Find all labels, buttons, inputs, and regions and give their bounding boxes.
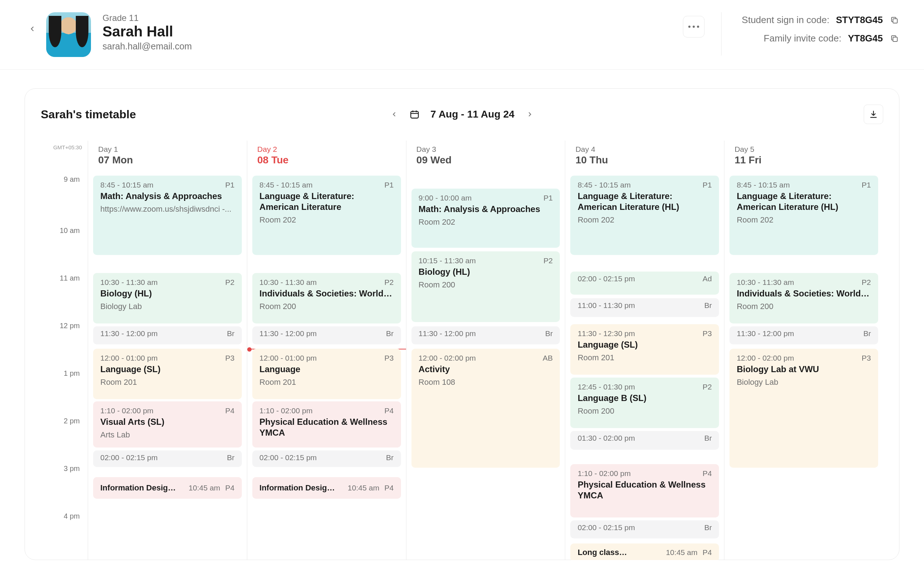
family-code-value: YT8G45 xyxy=(848,33,883,44)
event-time: 8:45 - 10:15 am xyxy=(577,181,630,189)
copy-family-code-button[interactable] xyxy=(889,34,900,44)
event-subtitle: Room 202 xyxy=(260,215,394,225)
event-time: 10:45 am xyxy=(189,484,221,492)
event-period-tag: P3 xyxy=(861,354,871,363)
event-title: Biology Lab at VWU xyxy=(737,364,871,375)
timetable-event[interactable]: 9:00 - 10:00 amP1Math: Analysis & Approa… xyxy=(412,189,560,248)
timetable-event[interactable]: 8:45 - 10:15 amP1Math: Analysis & Approa… xyxy=(93,176,242,255)
timetable-event[interactable]: 02:00 - 02:15 pmAd xyxy=(570,272,719,295)
timetable-event[interactable]: 02:00 - 02:15 pmBr xyxy=(93,450,242,467)
timetable-event[interactable]: 12:00 - 02:00 pmABActivityRoom 108 xyxy=(412,349,560,468)
timetable-event[interactable]: Information Desig…10:45 amP4 xyxy=(252,477,401,499)
event-subtitle: Room 200 xyxy=(419,280,553,290)
timetable-event[interactable]: 1:10 - 02:00 pmP4Physical Education & We… xyxy=(570,464,719,517)
event-title: Math: Analysis & Approaches xyxy=(100,191,234,201)
event-time: 1:10 - 02:00 pm xyxy=(100,406,153,415)
timetable-event[interactable]: 11:30 - 12:00 pmBr xyxy=(252,326,401,344)
day-date: 07 Mon xyxy=(98,154,237,166)
event-period-tag: P4 xyxy=(703,548,712,557)
event-time: 02:00 - 02:15 pm xyxy=(577,523,635,532)
download-button[interactable] xyxy=(864,105,883,124)
timetable-event[interactable]: 11:00 - 11:30 pmBr xyxy=(570,298,719,317)
timetable-event[interactable]: 1:10 - 02:00 pmP4Physical Education & We… xyxy=(252,401,401,448)
event-period-tag: P1 xyxy=(703,181,712,189)
timetable-event[interactable]: 10:30 - 11:30 amP2Individuals & Societie… xyxy=(252,273,401,324)
event-subtitle: Room 202 xyxy=(577,215,712,225)
event-time: 10:45 am xyxy=(347,484,380,492)
event-period-tag: AB xyxy=(543,354,552,363)
hour-label: 12 pm xyxy=(41,322,88,369)
day-column: Day 511 Fri8:45 - 10:15 amP1Language & L… xyxy=(724,141,883,560)
calendar-icon[interactable] xyxy=(410,109,420,119)
timetable-event[interactable]: 11:30 - 12:30 pmP3Language (SL)Room 201 xyxy=(570,324,719,375)
event-subtitle: https://www.zoom.us/shsjdiwsdnci -... xyxy=(100,205,234,214)
event-time: 11:30 - 12:00 pm xyxy=(100,329,158,338)
event-period-tag: Br xyxy=(386,329,394,338)
timetable-grid: GMT+05:30 9 am10 am11 am12 pm1 pm2 pm3 p… xyxy=(41,141,883,560)
event-title: Individuals & Societies: World… xyxy=(260,288,394,299)
copy-signin-code-button[interactable] xyxy=(889,15,900,25)
more-menu-button[interactable] xyxy=(683,16,704,37)
event-period-tag: P2 xyxy=(703,383,712,391)
prev-week-button[interactable] xyxy=(390,110,399,119)
timetable-event[interactable]: 11:30 - 12:00 pmBr xyxy=(93,326,242,344)
timetable-event[interactable]: 01:30 - 02:00 pmBr xyxy=(570,431,719,450)
timetable-event[interactable]: 8:45 - 10:15 amP1Language & Literature: … xyxy=(252,176,401,255)
event-time: 02:00 - 02:15 pm xyxy=(260,453,317,462)
timetable-event[interactable]: 02:00 - 02:15 pmBr xyxy=(252,450,401,467)
timetable-event[interactable]: 11:30 - 12:00 pmBr xyxy=(412,326,560,344)
signin-code-value: STYT8G45 xyxy=(836,15,883,26)
event-period-tag: P4 xyxy=(703,469,712,478)
timetable-event[interactable]: 1:10 - 02:00 pmP4Visual Arts (SL)Arts La… xyxy=(93,401,242,448)
event-period-tag: Ad xyxy=(703,274,712,283)
event-title: Language (SL) xyxy=(577,339,712,350)
event-period-tag: P2 xyxy=(544,256,553,265)
event-subtitle: Room 201 xyxy=(100,377,234,387)
event-title: Language & Literature: American Literatu… xyxy=(737,191,871,213)
timetable-event[interactable]: 10:30 - 11:30 amP2Individuals & Societie… xyxy=(729,273,878,324)
day-date: 08 Tue xyxy=(257,154,396,166)
svg-rect-2 xyxy=(411,111,418,118)
day-column: Day 309 Wed9:00 - 10:00 amP1Math: Analys… xyxy=(406,141,565,560)
student-email: sarah.hall@email.com xyxy=(102,41,393,52)
event-period-tag: P1 xyxy=(861,181,871,189)
event-period-tag: Br xyxy=(863,329,871,338)
event-period-tag: P2 xyxy=(225,278,234,287)
event-title: Language (SL) xyxy=(100,364,234,375)
event-subtitle: Room 200 xyxy=(260,302,394,311)
hour-label: 1 pm xyxy=(41,369,88,417)
timetable-event[interactable]: 10:15 - 11:30 amP2Biology (HL)Room 200 xyxy=(412,251,560,322)
event-time: 10:15 - 11:30 am xyxy=(419,256,476,265)
back-button[interactable] xyxy=(24,21,40,37)
day-label: Day 3 xyxy=(417,145,555,154)
event-subtitle: Room 201 xyxy=(577,353,712,363)
timetable-event[interactable]: 12:00 - 01:00 pmP3LanguageRoom 201 xyxy=(252,349,401,399)
event-time: 10:30 - 11:30 am xyxy=(100,278,158,287)
event-period-tag: Br xyxy=(704,301,712,310)
timetable-event[interactable]: 12:45 - 01:30 pmP2Language B (SL)Room 20… xyxy=(570,377,719,428)
event-time: 12:45 - 01:30 pm xyxy=(577,383,635,391)
timetable-event[interactable]: 8:45 - 10:15 amP1Language & Literature: … xyxy=(729,176,878,255)
timetable-event[interactable]: 02:00 - 02:15 pmBr xyxy=(570,521,719,538)
event-time: 12:00 - 01:00 pm xyxy=(260,354,317,363)
day-date: 09 Wed xyxy=(417,154,555,166)
day-label: Day 5 xyxy=(735,145,873,154)
timetable-event[interactable]: Information Desig…10:45 amP4 xyxy=(93,477,242,499)
timetable-event[interactable]: 8:45 - 10:15 amP1Language & Literature: … xyxy=(570,176,719,255)
event-period-tag: P3 xyxy=(703,329,712,338)
timetable-event[interactable]: 12:00 - 01:00 pmP3Language (SL)Room 201 xyxy=(93,349,242,399)
timetable-event[interactable]: 10:30 - 11:30 amP2Biology (HL)Biology La… xyxy=(93,273,242,324)
student-grade: Grade 11 xyxy=(102,13,393,23)
event-subtitle: Biology Lab xyxy=(100,302,234,311)
next-week-button[interactable] xyxy=(525,110,534,119)
hour-label: 11 am xyxy=(41,274,88,322)
event-time: 12:00 - 01:00 pm xyxy=(100,354,158,363)
event-title: Language & Literature: American Literatu… xyxy=(577,191,712,213)
event-time: 02:00 - 02:15 pm xyxy=(100,453,158,462)
event-period-tag: P2 xyxy=(861,278,871,287)
timetable-event[interactable]: Long class…10:45 amP4 xyxy=(570,543,719,560)
date-range: 7 Aug - 11 Aug 24 xyxy=(431,108,515,120)
timetable-event[interactable]: 12:00 - 02:00 pmP3Biology Lab at VWUBiol… xyxy=(729,349,878,468)
timetable-event[interactable]: 11:30 - 12:00 pmBr xyxy=(729,326,878,344)
event-time: 10:30 - 11:30 am xyxy=(260,278,317,287)
